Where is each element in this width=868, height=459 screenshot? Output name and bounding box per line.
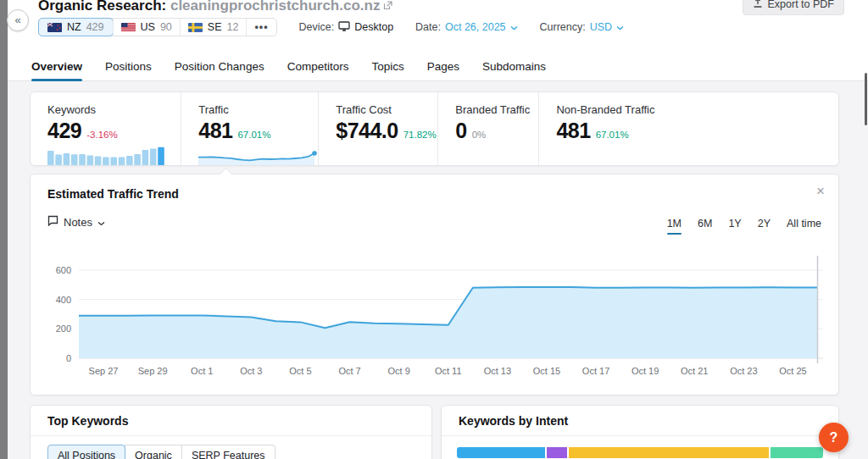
metric-value: 429: [47, 119, 81, 143]
estimated-traffic-trend-card: Estimated Traffic Trend × Notes 1M 6M 1Y…: [30, 174, 839, 395]
intent-segment-informational[interactable]: [457, 447, 545, 458]
country-tab-se[interactable]: SE 12: [180, 19, 247, 36]
page-scrollbar[interactable]: [865, 73, 867, 125]
currency-label: Currency:: [540, 21, 586, 33]
mini-bar: [126, 156, 133, 165]
range-2y[interactable]: 2Y: [758, 218, 771, 235]
collapse-icon: «: [14, 14, 20, 26]
metric-traffic-cost[interactable]: Traffic Cost $744.0 71.82%: [318, 92, 437, 165]
intent-segment-transactional[interactable]: [771, 447, 823, 458]
metric-value: 481: [556, 119, 590, 143]
mini-bar: [142, 150, 149, 165]
range-all-time[interactable]: All time: [787, 218, 821, 235]
metric-non-branded-traffic[interactable]: Non-Branded Traffic 481 67.01%: [538, 92, 838, 165]
x-axis-label: Oct 25: [779, 366, 806, 376]
nz-flag-icon: [47, 23, 62, 32]
x-axis-label: Oct 17: [582, 366, 609, 376]
y-axis-label: 200: [56, 324, 71, 334]
tab-position-changes[interactable]: Position Changes: [175, 58, 264, 80]
tab-competitors[interactable]: Competitors: [287, 58, 349, 80]
intent-distribution-bar[interactable]: [457, 447, 823, 458]
device-label: Device:: [299, 21, 335, 33]
intent-segment-commercial[interactable]: [569, 447, 769, 458]
mini-bar: [103, 158, 109, 166]
tab-organic[interactable]: Organic: [125, 445, 182, 459]
tab-positions[interactable]: Positions: [105, 58, 152, 80]
mini-bar: [150, 149, 157, 166]
desktop-icon: [338, 21, 350, 34]
tab-pages[interactable]: Pages: [427, 58, 459, 80]
metric-branded-traffic[interactable]: Branded Traffic 0 0%: [437, 92, 538, 165]
x-axis-label: Oct 5: [289, 366, 311, 376]
se-flag-icon: [188, 23, 203, 32]
x-axis-label: Oct 23: [730, 366, 757, 376]
range-6m[interactable]: 6M: [698, 218, 712, 235]
metric-value: 0: [455, 119, 466, 143]
collapsed-sidebar-strip: [0, 0, 8, 459]
x-axis-label: Oct 9: [388, 366, 410, 376]
report-title: Organic Research:: [38, 0, 166, 14]
range-1m[interactable]: 1M: [667, 218, 682, 235]
x-axis-label: Sep 27: [89, 366, 119, 376]
country-tabs: NZ 429 US 90 SE 12 •••: [38, 18, 277, 36]
metric-value: 481: [198, 119, 232, 143]
export-icon: [753, 0, 763, 11]
country-tab-us[interactable]: US 90: [113, 19, 180, 36]
tab-subdomains[interactable]: Subdomains: [482, 58, 546, 80]
help-button[interactable]: ?: [819, 423, 849, 452]
y-axis-label: 0: [66, 353, 71, 363]
tab-serp-features[interactable]: SERP Features: [181, 445, 275, 459]
device-filter[interactable]: Device: Desktop: [299, 21, 394, 34]
x-axis-label: Oct 11: [435, 366, 462, 376]
more-countries-button[interactable]: •••: [246, 19, 275, 36]
top-keywords-title: Top Keywords: [31, 406, 431, 436]
mini-bar: [95, 157, 102, 166]
x-axis-label: Oct 13: [484, 366, 511, 376]
currency-filter[interactable]: Currency: USD: [540, 21, 625, 33]
mini-bar: [158, 147, 164, 165]
x-axis-label: Oct 15: [533, 366, 560, 376]
traffic-trend-chart[interactable]: 6004002000Sep 27Sep 29Oct 1Oct 3Oct 5Oct…: [39, 256, 832, 383]
note-bubble-icon: [47, 215, 58, 229]
x-axis-label: Oct 21: [681, 366, 708, 376]
mini-bar: [87, 156, 94, 166]
metric-keywords[interactable]: Keywords 429 -3.16%: [31, 92, 181, 165]
metric-change: 67.01%: [596, 130, 629, 140]
external-link-icon[interactable]: [383, 0, 392, 14]
range-1y[interactable]: 1Y: [728, 218, 741, 235]
filter-row: NZ 429 US 90 SE 12 ••• Device:: [38, 18, 624, 36]
date-filter[interactable]: Date: Oct 26, 2025: [415, 21, 517, 33]
metric-traffic[interactable]: Traffic 481 67.01%: [181, 92, 318, 165]
country-tab-nz[interactable]: NZ 429: [38, 18, 114, 36]
time-range-switcher: 1M 6M 1Y 2Y All time: [667, 218, 821, 235]
tab-topics[interactable]: Topics: [371, 58, 403, 80]
export-to-pdf-button[interactable]: Export to PDF: [743, 0, 845, 15]
notes-button[interactable]: Notes: [47, 215, 105, 229]
tab-overview[interactable]: Overview: [31, 58, 82, 80]
close-icon[interactable]: ×: [816, 183, 825, 200]
report-tabs: Overview Positions Position Changes Comp…: [8, 58, 868, 81]
y-axis-label: 400: [56, 295, 71, 305]
mini-bar: [55, 155, 62, 166]
sidebar-collapse-button[interactable]: «: [7, 9, 29, 31]
content-area: Keywords 429 -3.16% Traffic 481 67.01% T…: [8, 81, 868, 459]
mini-bar: [47, 151, 54, 165]
keywords-mini-bar-chart: [47, 146, 166, 165]
more-icon: •••: [254, 21, 268, 33]
traffic-sparkline: [198, 146, 318, 165]
tab-all-positions[interactable]: All Positions: [47, 445, 125, 459]
currency-value: USD: [590, 21, 612, 33]
metric-label: Non-Branded Traffic: [556, 103, 838, 116]
analyzed-domain: cleaningprochristchurch.co.nz: [170, 0, 381, 14]
x-axis-label: Oct 1: [191, 366, 213, 376]
intent-segment-navigational[interactable]: [547, 447, 566, 458]
x-axis-label: Oct 7: [338, 366, 360, 376]
mini-bar: [134, 154, 141, 165]
metric-label: Keywords: [47, 103, 181, 116]
mini-bar: [71, 154, 78, 165]
date-value: Oct 26, 2025: [445, 21, 506, 33]
metric-value: $744.0: [336, 119, 398, 143]
area-fill: [79, 287, 818, 358]
chevron-down-icon: [97, 216, 105, 229]
organic-research-page: « Organic Research: cleaningprochristchu…: [0, 0, 868, 459]
